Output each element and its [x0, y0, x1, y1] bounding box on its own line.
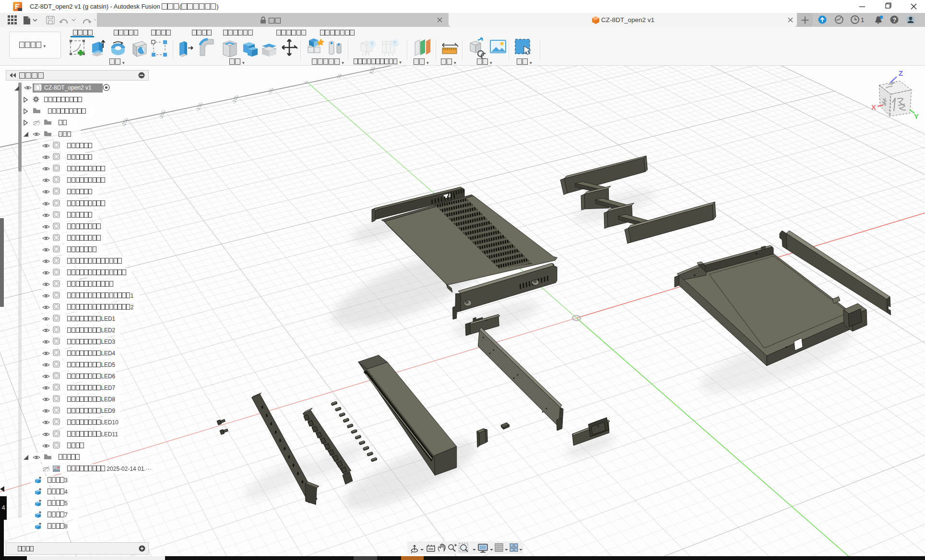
svg-text:X: X	[871, 103, 876, 111]
svg-text:Z: Z	[899, 69, 903, 77]
svg-text:Y: Y	[914, 112, 919, 120]
svg-text:?: ?	[893, 17, 896, 23]
svg-text:1: 1	[861, 16, 864, 23]
